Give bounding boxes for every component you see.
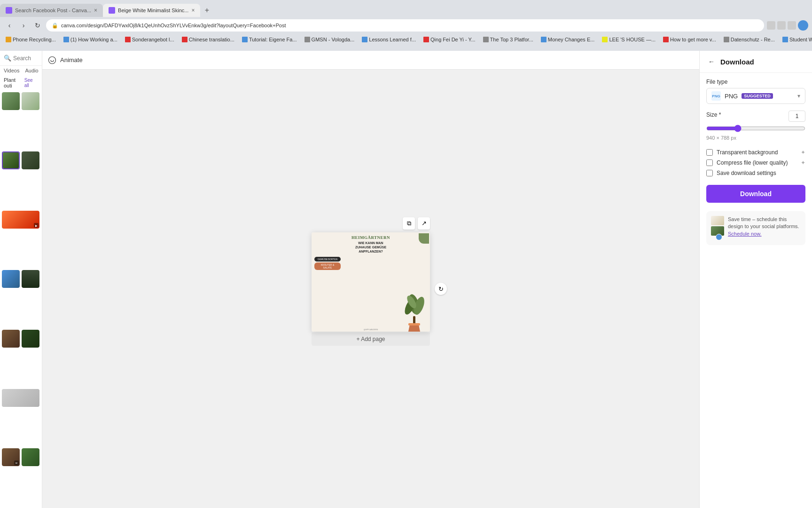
schedule-now-link[interactable]: Schedule now. (728, 231, 762, 237)
browser-tab-inactive[interactable]: Search Facebook Post - Canva... × (0, 4, 103, 17)
bookmark-2[interactable]: (1) How Working a... (62, 36, 119, 43)
sidebar-videos[interactable]: Videos (4, 68, 19, 73)
profile-icon[interactable] (798, 20, 808, 31)
ext-icon-3[interactable] (788, 21, 796, 30)
compress-file-info[interactable]: ✦ (801, 159, 805, 166)
file-type-label: File type (706, 79, 805, 85)
see-all-link[interactable]: See all (24, 78, 38, 88)
bookmark-4[interactable]: Chinese translatio... (180, 36, 236, 43)
bookmark-10[interactable]: Money Changes E... (539, 36, 597, 43)
main-canvas: Animate ⧉ ↗ HEIMGÄRTNERN WIE KANN MAN (42, 51, 699, 508)
canvas-toolbar: Animate (42, 51, 699, 70)
bookmark-1[interactable]: Phone Recycling... (4, 36, 58, 43)
forward-nav-button[interactable]: › (18, 20, 29, 31)
reload-button[interactable]: ↻ (32, 20, 43, 31)
promo-avatar (716, 234, 722, 240)
save-settings-checkbox[interactable] (706, 170, 713, 176)
suggested-badge: SUGGESTED (742, 93, 773, 99)
download-button[interactable]: Download (706, 185, 805, 203)
sidebar-nav: Videos Audio (0, 66, 42, 75)
add-page-button[interactable]: + Add page (312, 333, 430, 346)
bookmark-3[interactable]: Sonderangebot l... (123, 36, 176, 43)
heading-line2: ZUHAUSE GEMÜSE (355, 246, 386, 249)
sidebar-img-soil[interactable]: w (2, 448, 20, 466)
bookmark-11[interactable]: LEE 'S HOUSE —... (600, 36, 657, 43)
ext-icon-1[interactable] (767, 21, 775, 30)
sidebar-audio[interactable]: Audio (25, 68, 38, 73)
design-corner-leaf (419, 233, 429, 244)
sidebar-img-leaf4[interactable] (22, 330, 39, 348)
tab-close-2[interactable]: × (191, 7, 195, 14)
sidebar-search-bar: 🔍 ⚙ (0, 51, 42, 66)
sidebar-img-bridge[interactable] (2, 270, 20, 288)
animate-label: Animate (60, 56, 83, 64)
bookmark-13[interactable]: Datenschutz - Re... (722, 36, 777, 43)
compress-file-checkbox[interactable] (706, 159, 713, 166)
design-content: HEIMGÄRTNERN WIE KANN MAN ZUHAUSE GEMÜSE… (312, 232, 430, 332)
bookmark-14[interactable]: Student Wants a... (781, 36, 812, 43)
sidebar-img-hands[interactable] (2, 330, 20, 348)
browser-extensions (767, 20, 808, 31)
compress-file-label[interactable]: Compress file (lower quality) (717, 159, 788, 166)
chevron-down-icon: ▾ (797, 93, 800, 99)
transparent-bg-info[interactable]: ✦ (801, 149, 805, 156)
browser-chrome: Search Facebook Post - Canva... × Beige … (0, 0, 812, 51)
right-panel: ← Download File type PNG PNG SUGGESTED ▾ (699, 51, 812, 508)
promo-thumbnails (711, 216, 724, 240)
file-type-text: PNG (725, 93, 738, 100)
size-dimensions: 940 × 788 px (706, 135, 805, 141)
design-canvas[interactable]: HEIMGÄRTNERN WIE KANN MAN ZUHAUSE GEMÜSE… (312, 232, 430, 332)
file-type-select[interactable]: PNG PNG SUGGESTED ▾ (706, 88, 805, 104)
heading-line3: ANPFLANZEN? (359, 250, 383, 253)
sidebar-img-plant2[interactable] (22, 92, 39, 110)
bookmark-12[interactable]: How to get more v... (661, 36, 718, 43)
options-section: Transparent background ✦ Compress file (… (706, 147, 805, 178)
transparent-bg-checkbox[interactable] (706, 149, 713, 156)
search-icon: 🔍 (4, 55, 11, 62)
canvas-refresh-button[interactable]: ↻ (435, 283, 447, 295)
bookmark-6[interactable]: GMSN - Vologda... (303, 36, 357, 43)
address-bar[interactable]: 🔒 canva.com/design/DAFDYwxlOj8/k1QeUnhOv… (46, 19, 764, 32)
search-input[interactable] (13, 55, 42, 62)
compress-file-left: Compress file (lower quality) (706, 159, 788, 166)
bookmark-7[interactable]: Lessons Learned f... (360, 36, 418, 43)
browser-tab-active[interactable]: Beige White Minimalist Skinc... × (103, 4, 200, 17)
copy-tool-button[interactable]: ⧉ (403, 217, 415, 230)
size-slider[interactable] (706, 125, 805, 132)
bookmark-9[interactable]: The Top 3 Platfor... (481, 36, 535, 43)
back-nav-button[interactable]: ‹ (4, 20, 15, 31)
sidebar-section-header: Plant outi See all (0, 75, 42, 90)
tab-favicon-2 (109, 7, 115, 14)
ext-icon-2[interactable] (777, 21, 786, 30)
sidebar-img-gray[interactable] (2, 389, 39, 407)
new-tab-button[interactable]: + (200, 4, 213, 17)
sidebar-img-plant1[interactable] (2, 92, 20, 110)
tab-title-2: Beige White Minimalist Skinc... (118, 8, 188, 13)
design-action-buttons: GEMÜSESORTEN KRÄUTER & SALATE (314, 257, 341, 270)
url-text: canva.com/design/DAFDYwxlOj8/k1QeUnhOvzS… (61, 23, 286, 28)
section-label: Plant outi (4, 77, 24, 88)
tab-title-1: Search Facebook Post - Canva... (15, 8, 91, 13)
tab-close-1[interactable]: × (94, 7, 97, 14)
save-settings-label[interactable]: Save download settings (717, 170, 776, 176)
bookmark-8[interactable]: Qing Fei De Yi - Y... (422, 36, 477, 43)
sidebar-img-selected[interactable] (2, 151, 20, 169)
sidebar-img-dark1[interactable] (22, 151, 39, 169)
transparent-bg-label[interactable]: Transparent background (717, 149, 778, 156)
canvas-area: ⧉ ↗ HEIMGÄRTNERN WIE KANN MAN ZUHAUSE GE… (42, 70, 699, 508)
file-type-section: File type PNG PNG SUGGESTED ▾ (706, 79, 805, 104)
bookmark-5[interactable]: Tutorial: Eigene Fa... (240, 36, 299, 43)
sidebar-img-greens[interactable] (22, 448, 39, 466)
heading-line1: WIE KANN MAN (358, 241, 383, 245)
sidebar-img-plant3[interactable] (22, 270, 39, 288)
save-settings-left: Save download settings (706, 170, 776, 176)
button-krauter: KRÄUTER & SALATE (314, 262, 341, 270)
size-input[interactable] (789, 111, 805, 122)
share-tool-button[interactable]: ↗ (418, 217, 430, 230)
design-title: HEIMGÄRTNERN (316, 235, 425, 240)
svg-point-0 (49, 56, 56, 64)
panel-back-button[interactable]: ← (706, 56, 717, 67)
panel-header: ← Download (700, 51, 812, 73)
sidebar-img-sunset[interactable]: ▶ (2, 211, 39, 229)
panel-title: Download (720, 58, 754, 66)
